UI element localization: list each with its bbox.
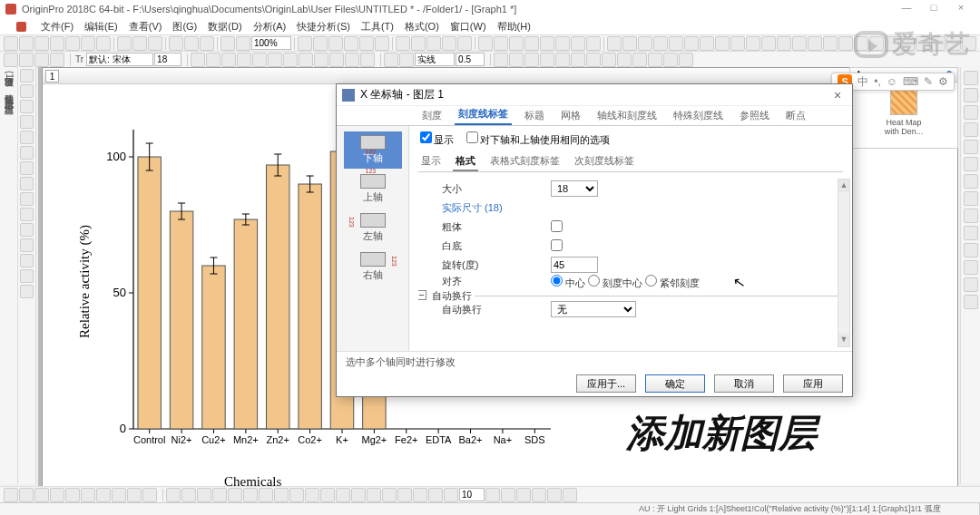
toolbar-button[interactable] bbox=[19, 53, 34, 67]
toolbar-button[interactable] bbox=[964, 209, 978, 223]
subtab-format[interactable]: 格式 bbox=[453, 152, 478, 171]
whitebg-checkbox[interactable] bbox=[551, 239, 563, 251]
new-layout-button[interactable] bbox=[65, 36, 80, 51]
toolbar-button[interactable] bbox=[336, 488, 350, 502]
toolbar-button[interactable] bbox=[181, 488, 196, 502]
apps-item-heatmap[interactable]: Heat Mapwith Den... bbox=[850, 83, 957, 141]
toolbar-button[interactable] bbox=[509, 53, 524, 67]
toolbar-button[interactable] bbox=[715, 36, 730, 51]
toolbar-button[interactable] bbox=[563, 488, 577, 502]
left-tab-messages[interactable]: 信息日志 bbox=[3, 91, 15, 94]
toolbar-button[interactable] bbox=[328, 36, 343, 51]
toolbar-button[interactable] bbox=[602, 53, 616, 67]
toolbar-button[interactable] bbox=[964, 88, 978, 102]
toolbar-button[interactable] bbox=[524, 53, 539, 67]
toolbar-button[interactable] bbox=[166, 488, 181, 502]
toolbar-button[interactable] bbox=[313, 36, 328, 51]
toolbar-button[interactable] bbox=[823, 36, 838, 51]
zoom-combo[interactable] bbox=[251, 36, 291, 50]
toolbar-button[interactable] bbox=[964, 295, 978, 309]
toolbar-button[interactable] bbox=[607, 36, 622, 51]
toolbar-button[interactable] bbox=[444, 488, 458, 502]
toolbar-button[interactable] bbox=[112, 488, 126, 502]
toolbar-button[interactable] bbox=[351, 488, 366, 502]
toolbar-button[interactable] bbox=[586, 36, 601, 51]
undo-button[interactable] bbox=[220, 36, 235, 51]
font-combo[interactable] bbox=[86, 53, 153, 66]
toolbar-button[interactable] bbox=[243, 488, 258, 502]
tab-lineticks[interactable]: 轴线和刻度线 bbox=[593, 106, 661, 125]
ime-punct-button[interactable]: •, bbox=[874, 75, 881, 88]
tab-special[interactable]: 特殊刻度线 bbox=[670, 106, 727, 125]
subtab-table[interactable]: 表格式刻度标签 bbox=[487, 152, 563, 171]
minimize-button[interactable]: — bbox=[893, 2, 920, 16]
toolbar-button[interactable] bbox=[679, 53, 693, 67]
toolbar-button[interactable] bbox=[964, 191, 978, 206]
toolbar-button[interactable] bbox=[540, 53, 554, 67]
toolbar-button[interactable] bbox=[426, 36, 441, 51]
toolbar-button[interactable] bbox=[442, 36, 456, 51]
paste-button[interactable] bbox=[200, 36, 214, 51]
toolbar-button[interactable] bbox=[314, 53, 328, 67]
toolbar-button[interactable] bbox=[684, 36, 699, 51]
subtab-minor[interactable]: 次刻度线标签 bbox=[572, 152, 637, 171]
close-button[interactable]: × bbox=[947, 2, 975, 16]
menu-view[interactable]: 查看(V) bbox=[129, 20, 162, 34]
toolbar-button[interactable] bbox=[964, 71, 978, 85]
check-same[interactable]: 对下轴和上轴使用相同的选项 bbox=[466, 131, 610, 147]
toolbar-button[interactable] bbox=[34, 488, 49, 502]
toolbar-button[interactable] bbox=[540, 36, 554, 51]
toolbar-button[interactable] bbox=[228, 488, 242, 502]
pointer-tool-button[interactable] bbox=[20, 69, 34, 83]
toolbar-button[interactable] bbox=[142, 488, 157, 502]
toolbar-button[interactable] bbox=[494, 36, 508, 51]
toolbar-button[interactable] bbox=[516, 488, 531, 502]
toolbar-button[interactable] bbox=[20, 254, 34, 267]
toolbar-button[interactable] bbox=[532, 488, 546, 502]
toolbar-button[interactable] bbox=[485, 488, 500, 502]
align-nexttick[interactable]: 紧邻刻度 bbox=[645, 277, 700, 288]
new-project-button[interactable] bbox=[4, 36, 18, 51]
ime-tool-button[interactable]: ✎ bbox=[924, 75, 933, 88]
arrow-tool-button[interactable] bbox=[20, 161, 34, 175]
mask-tool-button[interactable] bbox=[20, 223, 34, 237]
left-tab-hints[interactable]: 提示日志(1) bbox=[3, 96, 15, 111]
subtab-display[interactable]: 显示 bbox=[418, 152, 444, 171]
tab-title[interactable]: 标题 bbox=[521, 106, 548, 125]
toolbar-button[interactable] bbox=[524, 36, 539, 51]
toolbar-button[interactable] bbox=[344, 36, 358, 51]
toolbar-button[interactable] bbox=[571, 36, 585, 51]
rect-tool-button[interactable] bbox=[20, 192, 34, 206]
toolbar-button[interactable] bbox=[746, 36, 760, 51]
tab-breaks[interactable]: 断点 bbox=[782, 106, 809, 125]
toolbar-button[interactable] bbox=[289, 488, 304, 502]
toolbar-button[interactable] bbox=[375, 36, 389, 51]
applyto-button[interactable]: 应用于... bbox=[576, 374, 636, 393]
toolbar-button[interactable] bbox=[65, 488, 80, 502]
toolbar-button[interactable] bbox=[299, 53, 313, 67]
text-tool-button[interactable] bbox=[20, 146, 34, 160]
toolbar-button[interactable] bbox=[808, 36, 822, 51]
toolbar-button[interactable] bbox=[964, 260, 978, 275]
toolbar-button[interactable] bbox=[259, 488, 273, 502]
toolbar-button[interactable] bbox=[964, 140, 978, 154]
toolbar-button[interactable] bbox=[345, 53, 359, 67]
size-select[interactable]: 18 bbox=[551, 180, 598, 197]
toolbar-button[interactable] bbox=[50, 488, 64, 502]
toolbar-button[interactable] bbox=[20, 269, 34, 283]
check-same-input[interactable] bbox=[466, 131, 478, 143]
fill-color-button[interactable] bbox=[399, 53, 414, 67]
zoom-tool-button[interactable] bbox=[20, 84, 34, 98]
draw-tool-button[interactable] bbox=[20, 238, 34, 252]
menu-gadgets[interactable]: 快捷分析(S) bbox=[297, 20, 350, 34]
new-graph-button[interactable] bbox=[34, 36, 49, 51]
toolbar-button[interactable] bbox=[367, 488, 381, 502]
redo-button[interactable] bbox=[236, 36, 250, 51]
cut-button[interactable] bbox=[169, 36, 183, 51]
toolbar-button[interactable] bbox=[838, 36, 853, 51]
toolbar-button[interactable] bbox=[274, 488, 289, 502]
bold-button[interactable] bbox=[191, 53, 205, 67]
screen-reader-button[interactable] bbox=[20, 131, 34, 144]
toolbar-button[interactable] bbox=[964, 277, 978, 292]
line-style-combo[interactable] bbox=[415, 53, 455, 66]
